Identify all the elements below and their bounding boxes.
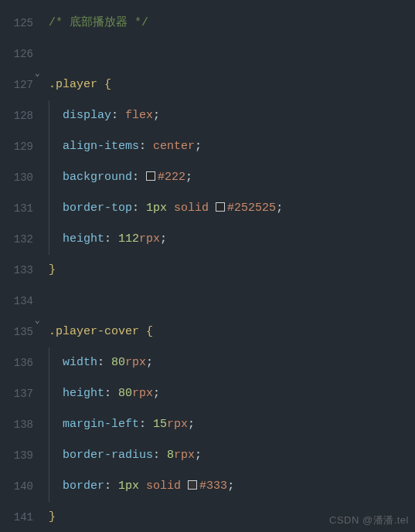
css-selector: .player <box>49 78 97 91</box>
css-number: 1px <box>118 479 139 493</box>
code-line: } <box>49 255 415 286</box>
fold-column: ⌄ ⌄ <box>38 0 49 532</box>
line-number: 130 <box>0 162 38 193</box>
line-number: 140 <box>0 471 38 502</box>
css-comment: /* 底部播放器 */ <box>49 16 148 29</box>
css-color: #222 <box>158 171 185 184</box>
css-unit: rpx <box>125 356 146 369</box>
color-swatch-icon[interactable] <box>146 171 155 181</box>
css-property: border <box>63 479 104 493</box>
css-number: 112 <box>118 232 139 246</box>
css-property: background <box>63 171 132 184</box>
line-number: 138 <box>0 409 38 440</box>
css-number: 15 <box>153 418 167 431</box>
css-property: display <box>63 109 111 122</box>
css-value: center <box>153 140 195 153</box>
css-unit: rpx <box>132 387 153 400</box>
open-brace: { <box>139 325 153 338</box>
css-property: height <box>63 232 104 246</box>
code-line: width: 80rpx; <box>49 347 415 378</box>
line-number: 129 <box>0 131 38 162</box>
css-unit: rpx <box>167 418 188 431</box>
css-number: 80 <box>111 356 125 369</box>
line-number: 126 <box>0 39 38 69</box>
line-number: 136 <box>0 347 38 378</box>
code-line: .player-cover { <box>49 317 415 347</box>
code-line: display: flex; <box>49 100 415 131</box>
line-number: 137 <box>0 378 38 409</box>
code-line: margin-left: 15rpx; <box>49 409 415 440</box>
css-unit: rpx <box>174 449 195 462</box>
line-number: 128 <box>0 100 38 131</box>
css-property: margin-left <box>63 418 139 431</box>
close-brace: } <box>49 510 56 524</box>
css-color: #252525 <box>227 202 276 215</box>
code-line: /* 底部播放器 */ <box>49 8 415 39</box>
fold-toggle-icon[interactable]: ⌄ <box>35 315 40 325</box>
code-line: background: #222; <box>49 162 415 193</box>
code-editor: 125 126 127 128 129 130 131 132 133 134 … <box>0 0 415 532</box>
close-brace: } <box>49 263 56 276</box>
code-line: height: 80rpx; <box>49 378 415 409</box>
css-color: #333 <box>199 479 227 493</box>
code-line: border: 1px solid #333; <box>49 471 415 502</box>
css-property: border-radius <box>63 449 153 462</box>
css-property: width <box>63 356 97 369</box>
line-number: 135 <box>0 317 38 347</box>
color-swatch-icon[interactable] <box>188 480 197 490</box>
line-number: 139 <box>0 440 38 471</box>
line-number: 134 <box>0 286 38 317</box>
css-value: solid <box>146 479 181 493</box>
fold-toggle-icon[interactable]: ⌄ <box>35 68 40 78</box>
line-number-gutter: 125 126 127 128 129 130 131 132 133 134 … <box>0 0 38 532</box>
line-number: 132 <box>0 224 38 255</box>
css-property: align-items <box>63 140 139 153</box>
css-property: border-top <box>63 202 132 215</box>
line-number: 125 <box>0 8 38 39</box>
color-swatch-icon[interactable] <box>216 202 225 212</box>
css-property: height <box>63 387 104 400</box>
line-number: 133 <box>0 255 38 286</box>
css-value: solid <box>174 202 209 215</box>
code-line: .player { <box>49 69 415 100</box>
open-brace: { <box>97 78 111 91</box>
code-area[interactable]: /* 底部播放器 */ .player { display: flex; ali… <box>49 0 415 532</box>
code-line <box>49 286 415 317</box>
code-line: align-items: center; <box>49 131 415 162</box>
css-unit: rpx <box>139 232 160 246</box>
css-number: 1px <box>146 202 167 215</box>
line-number: 131 <box>0 193 38 224</box>
code-line: height: 112rpx; <box>49 224 415 255</box>
code-line: border-top: 1px solid #252525; <box>49 193 415 224</box>
css-number: 8 <box>167 449 174 462</box>
code-line: border-radius: 8rpx; <box>49 440 415 471</box>
watermark-text: CSDN @潘潘.tel <box>329 513 409 527</box>
css-selector: .player-cover <box>49 325 139 338</box>
line-number: 141 <box>0 502 38 532</box>
css-value: flex <box>125 109 153 122</box>
code-line <box>49 39 415 69</box>
css-number: 80 <box>118 387 132 400</box>
line-number: 127 <box>0 69 38 100</box>
